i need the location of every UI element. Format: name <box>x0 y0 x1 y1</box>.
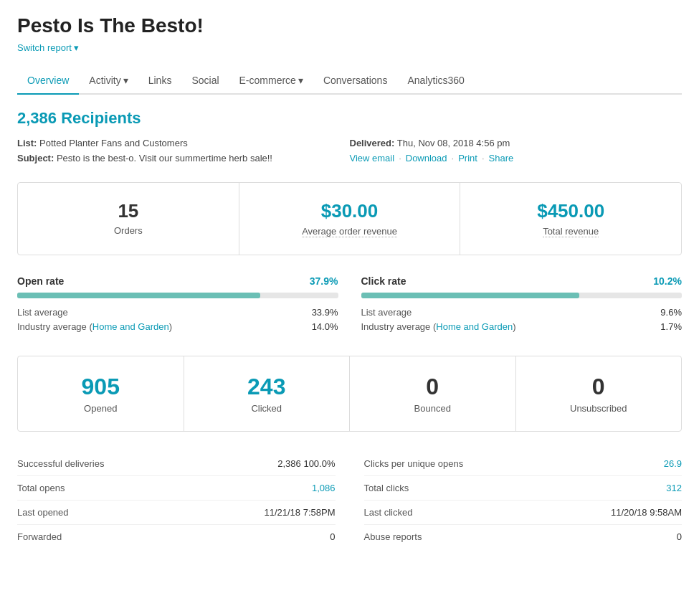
avg-order-revenue-value: $30.00 <box>251 200 449 222</box>
tab-analytics360[interactable]: Analytics360 <box>397 67 474 95</box>
tab-social[interactable]: Social <box>181 67 229 95</box>
avg-order-revenue-label[interactable]: Average order revenue <box>302 226 397 237</box>
bottom-stats-right: Clicks per unique opens 26.9 Total click… <box>364 452 683 549</box>
download-link[interactable]: Download <box>406 153 447 164</box>
bounced-count-box: 0 Bounced <box>350 356 516 431</box>
stats-boxes: 15 Orders $30.00 Average order revenue $… <box>17 182 682 255</box>
nav-tabs: Overview Activity ▾ Links Social E-comme… <box>17 67 682 95</box>
recipients-header: 2,386 Recipients <box>17 109 682 128</box>
open-rate-block: Open rate 37.9% List average 33.9% Indus… <box>17 275 338 336</box>
clicked-count-value: 243 <box>196 374 338 400</box>
tab-conversations[interactable]: Conversations <box>313 67 398 95</box>
total-revenue-value: $450.00 <box>472 200 670 222</box>
opened-count-value: 905 <box>29 374 172 400</box>
click-rate-block: Click rate 10.2% List average 9.6% Indus… <box>361 275 683 336</box>
opened-count-box: 905 Opened <box>18 356 184 431</box>
view-email-link[interactable]: View email <box>350 153 395 164</box>
open-rate-progress-fill <box>17 293 260 298</box>
orders-label: Orders <box>29 225 227 236</box>
orders-value: 15 <box>29 200 227 222</box>
meta-left: List: Potted Planter Fans and Customers … <box>17 138 350 168</box>
bottom-stats-left: Successful deliveries 2,386 100.0% Total… <box>17 452 336 549</box>
unsubscribed-count-box: 0 Unsubscribed <box>516 356 682 431</box>
meta-links: View email · Download · Print · Share <box>350 153 683 164</box>
stat-last-opened: Last opened 11/21/18 7:58PM <box>17 501 336 525</box>
bounced-count-value: 0 <box>361 374 504 400</box>
chevron-down-icon: ▾ <box>298 75 303 86</box>
click-rate-progress-fill <box>361 293 579 298</box>
stat-clicks-per-unique-opens: Clicks per unique opens 26.9 <box>364 452 683 476</box>
counts-row: 905 Opened 243 Clicked 0 Bounced 0 Unsub… <box>17 356 682 432</box>
tab-ecommerce[interactable]: E-commerce ▾ <box>229 67 313 95</box>
unsubscribed-count-label: Unsubscribed <box>528 403 670 414</box>
total-revenue-box: $450.00 Total revenue <box>460 183 681 255</box>
delivered-meta: Delivered: Thu, Nov 08, 2018 4:56 pm <box>350 138 683 148</box>
stat-total-opens: Total opens 1,086 <box>17 476 336 501</box>
click-rate-industry-link[interactable]: Home and Garden <box>436 321 513 332</box>
stat-abuse-reports: Abuse reports 0 <box>364 525 683 549</box>
list-meta: List: Potted Planter Fans and Customers <box>17 138 350 148</box>
opened-count-label: Opened <box>29 403 172 414</box>
orders-stat-box: 15 Orders <box>18 183 239 255</box>
tab-activity[interactable]: Activity ▾ <box>79 67 138 95</box>
open-rate-industry-avg: Industry average (Home and Garden) 14.0% <box>17 321 338 332</box>
open-rate-industry-link[interactable]: Home and Garden <box>92 321 169 332</box>
print-link[interactable]: Print <box>458 153 477 164</box>
open-rate-value: 37.9% <box>310 275 338 287</box>
open-rate-label: Open rate <box>17 275 64 287</box>
click-rate-list-avg: List average 9.6% <box>361 307 683 318</box>
chevron-down-icon: ▾ <box>123 75 128 86</box>
open-rate-list-avg: List average 33.9% <box>17 307 338 318</box>
tab-links[interactable]: Links <box>138 67 182 95</box>
click-rate-value: 10.2% <box>653 275 682 287</box>
click-rate-label: Click rate <box>361 275 406 287</box>
stat-successful-deliveries: Successful deliveries 2,386 100.0% <box>17 452 336 476</box>
page-title: Pesto Is The Besto! <box>17 14 682 37</box>
tab-overview[interactable]: Overview <box>17 67 79 95</box>
click-rate-progress-bg <box>361 293 683 298</box>
avg-order-revenue-box: $30.00 Average order revenue <box>239 183 461 255</box>
meta-right: Delivered: Thu, Nov 08, 2018 4:56 pm Vie… <box>350 138 683 168</box>
click-rate-industry-avg: Industry average (Home and Garden) 1.7% <box>361 321 683 332</box>
clicked-count-label: Clicked <box>196 403 338 414</box>
stat-forwarded: Forwarded 0 <box>17 525 336 549</box>
chevron-down-icon: ▾ <box>74 42 79 53</box>
switch-report-button[interactable]: Switch report ▾ <box>17 42 79 53</box>
clicked-count-box: 243 Clicked <box>184 356 351 431</box>
rates-section: Open rate 37.9% List average 33.9% Indus… <box>17 275 682 336</box>
subject-meta: Subject: Pesto is the best-o. Visit our … <box>17 153 350 164</box>
total-revenue-label[interactable]: Total revenue <box>543 226 599 237</box>
bottom-stats: Successful deliveries 2,386 100.0% Total… <box>17 452 682 549</box>
stat-total-clicks: Total clicks 312 <box>364 476 683 501</box>
unsubscribed-count-value: 0 <box>528 374 670 400</box>
stat-last-clicked: Last clicked 11/20/18 9:58AM <box>364 501 683 525</box>
open-rate-progress-bg <box>17 293 338 298</box>
meta-section: List: Potted Planter Fans and Customers … <box>17 138 682 168</box>
share-link[interactable]: Share <box>489 153 514 164</box>
bounced-count-label: Bounced <box>361 403 504 414</box>
